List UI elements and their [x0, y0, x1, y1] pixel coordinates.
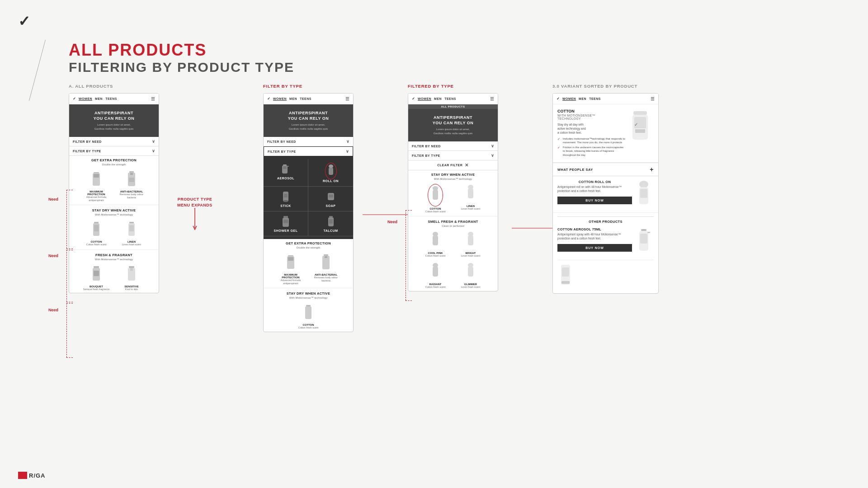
nav-teens-b[interactable]: TEENS — [300, 97, 311, 100]
product-cotton-c[interactable]: COTTON Cotton fresh scent — [420, 184, 451, 213]
nav-women-c[interactable]: WOMEN — [418, 97, 431, 100]
rga-text: R/GA — [29, 472, 46, 479]
rollon-text: COTTON ROLL ON Antiperspirant roll on wi… — [557, 180, 632, 206]
stick-image — [557, 263, 576, 290]
product-desc-max-b: Advanced formula antiperspirant — [275, 279, 306, 285]
aerosol-icon — [281, 163, 290, 175]
phone-d-nav: ✓ WOMEN MEN TEENS ☰ — [553, 94, 658, 104]
product-row-c2: COOL PINK Cotton fresh scent BRIGHT Line… — [408, 229, 498, 259]
filter-need-c[interactable]: FILTER BY NEED ∨ — [408, 141, 498, 151]
column-c: FILTERED BY TYPE ✓ WOMEN MEN TEENS ☰ ALL… — [408, 84, 512, 332]
product-linen-a[interactable]: LINEN Linen fresh scent — [116, 220, 147, 246]
nav-men-a[interactable]: MEN — [95, 97, 103, 100]
need-label-1: Need — [48, 197, 58, 202]
nav-women-d[interactable]: WOMEN — [562, 97, 576, 100]
nav-teens-c[interactable]: TEENS — [444, 97, 456, 100]
type-rollon[interactable]: ROLL ON — [308, 159, 353, 187]
svg-rect-2 — [94, 174, 99, 178]
product-max-protection[interactable]: MAXIMUMPROTECTION Advanced formula antip… — [81, 169, 112, 202]
product-cotton-a[interactable]: COTTON Cotton fresh scent — [81, 220, 112, 246]
svg-rect-22 — [283, 166, 287, 169]
nav-men-b[interactable]: MEN — [289, 97, 297, 100]
detail-header: COTTON WITH MOTIONSENSE™TECHNOLOGY Stay … — [553, 104, 658, 163]
filter-type-b[interactable]: FILTER BY TYPE ∨ — [264, 146, 353, 156]
product-bouquet[interactable]: BOUQUET Sensual fresh fragrance — [81, 264, 112, 291]
filter-need-a[interactable]: FILTER BY NEED ∨ — [69, 137, 159, 146]
product-row-a3: BOUQUET Sensual fresh fragrance SENSITIV… — [69, 263, 159, 293]
product-coolpink[interactable]: COOL PINK Cotton fresh scent — [420, 231, 451, 258]
hamburger-d[interactable]: ☰ — [651, 96, 655, 101]
filter-need-b[interactable]: FILTER BY NEED ∨ — [264, 137, 353, 146]
wps-plus-icon[interactable]: + — [650, 166, 654, 173]
nav-logo-a: ✓ — [73, 97, 76, 101]
section-title-b1: GET EXTRA PROTECTION — [264, 239, 353, 246]
nav-women-b[interactable]: WOMEN — [273, 97, 287, 100]
clear-filter-bar[interactable]: CLEAR FILTER ✕ — [408, 160, 498, 170]
product-desc-cotton-b: Cotton fresh scent — [298, 326, 319, 329]
product-bright[interactable]: BRIGHT Linen fresh scent — [455, 231, 486, 258]
product-sensitive[interactable]: SENSITIVE Kind to skin — [116, 264, 147, 291]
page-wrapper: ✓ ALL PRODUCTS FILTERING BY PRODUCT TYPE… — [0, 0, 868, 488]
svg-rect-69 — [640, 234, 647, 244]
product-icon-cotton-a — [90, 220, 103, 239]
product-icon-linen-c — [464, 184, 477, 204]
product-icon-radiant — [429, 262, 442, 282]
nav-men-c[interactable]: MEN — [434, 97, 442, 100]
connector-bc-icon — [363, 183, 408, 319]
nav-links-a: WOMEN MEN TEENS — [79, 97, 148, 100]
section-title-a3: FRESH & FRAGRANT — [69, 251, 159, 258]
section-sub-b2: With Motionsense™ technology — [264, 296, 353, 299]
bracket-line-c — [406, 210, 406, 300]
page-title-main: ALL PRODUCTS — [69, 41, 294, 60]
filter-type-a[interactable]: FILTER BY TYPE ∨ — [69, 146, 159, 156]
type-soap[interactable]: SOAP — [308, 187, 353, 211]
cotton-selected-circle — [428, 184, 443, 206]
hamburger-c[interactable]: ☰ — [490, 96, 494, 101]
type-showergel[interactable]: SHOWER GEL — [264, 211, 308, 236]
nav-men-d[interactable]: MEN — [579, 97, 586, 100]
variant-desc: Antiperspirant roll on with 48 hour Moti… — [557, 185, 632, 193]
product-anti-b[interactable]: ANTI-BACTERIAL Removes body odour bacter… — [311, 253, 341, 285]
svg-rect-3 — [129, 171, 134, 173]
need-label-c: Need — [387, 220, 397, 224]
phone-c: ✓ WOMEN MEN TEENS ☰ ALL PRODUCTS ANTIPER… — [408, 93, 498, 291]
aerosol-image — [636, 227, 654, 256]
phone-b-nav: ✓ WOMEN MEN TEENS ☰ — [264, 94, 353, 104]
type-aerosol[interactable]: AEROSOL — [264, 159, 308, 187]
phone-d: ✓ WOMEN MEN TEENS ☰ COTTON WITH MOTIONSE… — [552, 93, 659, 294]
product-antibacterial[interactable]: ANTI-BACTERIAL Removes body odour bacter… — [116, 169, 147, 202]
filter-type-c[interactable]: FILTER BY TYPE ∨ — [408, 151, 498, 160]
annotation-ab: PRODUCT TYPEMENU EXPANDS — [173, 84, 263, 332]
buy-now-button-1[interactable]: BUY NOW — [557, 197, 632, 204]
product-type-annotation: PRODUCT TYPEMENU EXPANDS — [177, 197, 212, 230]
page-title-block: ALL PRODUCTS FILTERING BY PRODUCT TYPE — [69, 41, 294, 75]
product-icon-glimmer — [464, 262, 477, 282]
nav-teens-d[interactable]: TEENS — [589, 97, 601, 100]
column-b: FILTER BY TYPE ✓ WOMEN MEN TEENS ☰ ANTIP… — [263, 84, 363, 332]
detail-product-desc: Stay dry all day withactive technology a… — [557, 122, 625, 135]
section-title-c2: SMELL FRESH & FRAGRANT — [408, 217, 498, 225]
section-sub-a3: With Motionsense™ technology — [69, 258, 159, 261]
filter-need-chevron-a: ∨ — [152, 139, 156, 144]
hamburger-a[interactable]: ☰ — [151, 96, 155, 101]
type-rollon-label: ROLL ON — [323, 179, 339, 183]
hamburger-b[interactable]: ☰ — [345, 96, 349, 101]
product-radiant[interactable]: RADIANT Cotton fresh scent — [420, 262, 451, 289]
product-cotton-b[interactable]: COTTON Cotton fresh scent — [293, 303, 324, 329]
product-row-a1: MAXIMUMPROTECTION Advanced formula antip… — [69, 168, 159, 204]
phone-a-hero: ANTIPERSPIRANTYOU CAN RELY ON Lorem ipsu… — [69, 104, 159, 137]
rollon-image-icon — [636, 180, 652, 207]
svg-rect-6 — [130, 173, 133, 175]
product-icon-cotton-c — [429, 185, 442, 205]
svg-rect-27 — [284, 194, 288, 197]
svg-rect-20 — [283, 164, 287, 165]
nav-teens-a[interactable]: TEENS — [105, 97, 117, 100]
nav-women-a[interactable]: WOMEN — [79, 97, 92, 100]
product-desc-max: Advanced formula antiperspirant — [81, 196, 112, 202]
type-talcum[interactable]: TALCUM — [308, 211, 353, 236]
product-max-b[interactable]: MAXIMUMPROTECTION Advanced formula antip… — [275, 253, 306, 285]
buy-now-button-2[interactable]: BUY NOW — [557, 244, 632, 252]
type-stick[interactable]: STICK — [264, 187, 308, 211]
product-glimmer[interactable]: GLIMMER Linen fresh scent — [455, 262, 486, 289]
product-linen-c[interactable]: LINEN Linen fresh scent — [455, 184, 486, 213]
